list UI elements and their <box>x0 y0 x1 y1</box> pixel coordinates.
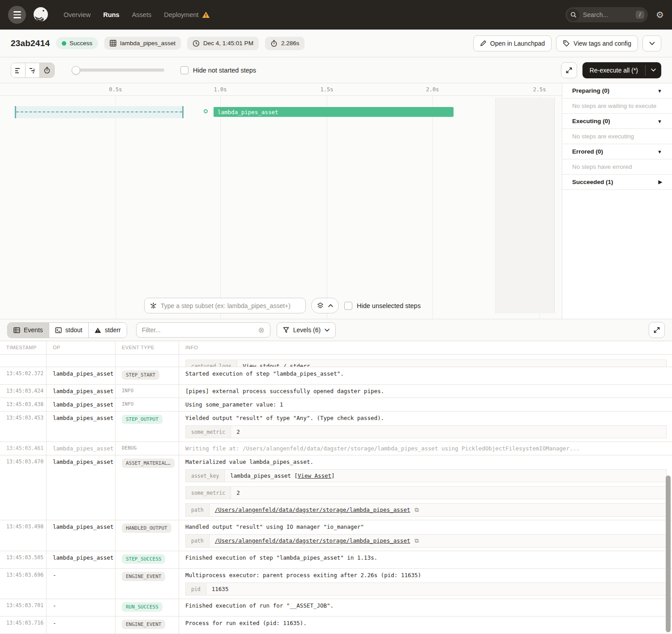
status-section-header[interactable]: Errored (0)▼ <box>562 144 672 159</box>
event-type-cell: INFO <box>116 385 179 398</box>
op-cell: - <box>47 599 116 616</box>
timestamp-cell: 13:45:03.696 <box>0 569 47 599</box>
op-cell <box>47 355 116 367</box>
search-box[interactable]: / <box>565 7 648 22</box>
metadata-table: some_metric2 <box>185 425 667 438</box>
info-cell: Writing file at: /Users/alangenfeld/data… <box>179 442 672 455</box>
re-execute-split-button: Re-execute all (*) <box>582 62 661 78</box>
tag-icon <box>563 40 570 47</box>
op-cell: lambda_pipes_asset <box>47 385 116 398</box>
event-type-badge: STEP_START <box>122 370 159 380</box>
search-input[interactable] <box>583 11 636 18</box>
status-section-header[interactable]: Succeeded (1)▶ <box>562 175 672 190</box>
metadata-link[interactable]: /Users/alangenfeld/data/dagster/storage/… <box>215 537 411 544</box>
nav-item-label: Deployment <box>164 11 198 18</box>
view-tags-config-button[interactable]: View tags and config <box>556 35 638 51</box>
step-subset-input[interactable] <box>161 302 300 309</box>
nav-item-runs[interactable]: Runs <box>103 11 119 18</box>
layers-icon <box>317 302 324 309</box>
re-execute-dropdown-button[interactable] <box>646 62 661 78</box>
job-name-pill[interactable]: lambda_pipes_asset <box>104 37 181 50</box>
expand-icon <box>653 326 660 334</box>
metadata-table: captured_logsView stdout / stderr <box>185 360 667 367</box>
metadata-row: path/Users/alangenfeld/data/dagster/stor… <box>186 535 667 548</box>
event-type-badge: ENGINE_EVENT <box>122 620 165 629</box>
info-text: Started execution of step "lambda_pipes_… <box>185 370 667 377</box>
zoom-slider[interactable] <box>73 69 164 72</box>
clear-filter-icon[interactable]: ⊗ <box>258 326 265 335</box>
hide-unselected-checkbox[interactable] <box>344 302 352 310</box>
status-section-title: Preparing (0) <box>572 87 609 94</box>
event-type-cell: ENGINE_EVENT <box>116 569 179 599</box>
axis-tick-label: 2.5s <box>533 86 546 93</box>
gantt-time-axis: 0.5s1.0s1.5s2.0s2.5s <box>0 83 562 96</box>
run-actions-dropdown-button[interactable] <box>642 35 661 51</box>
search-shortcut-badge: / <box>636 11 644 19</box>
metadata-key: pid <box>186 583 206 595</box>
metadata-key: asset_key <box>186 470 225 482</box>
status-badge: Success <box>56 37 98 49</box>
view-mode-waterfall-button[interactable] <box>26 63 40 77</box>
info-text: Using some_parameter value: 1 <box>185 401 667 408</box>
view-mode-flat-button[interactable] <box>11 63 26 77</box>
gantt-expand-button[interactable] <box>561 62 577 78</box>
log-filter-box[interactable]: ⊗ <box>136 322 270 338</box>
levels-filter-button[interactable]: Levels (6) <box>277 322 336 338</box>
gantt-toolbar: Hide not started steps Re-execute all (*… <box>0 57 672 83</box>
gear-icon[interactable]: ⚙ <box>656 9 664 20</box>
dagster-logo-icon[interactable] <box>31 5 50 24</box>
tab-events[interactable]: Events <box>8 323 49 338</box>
step-subset-inputbox[interactable] <box>144 298 306 313</box>
info-text: [pipes] external process successfully op… <box>185 388 667 394</box>
event-type-badge: ENGINE_EVENT <box>122 572 165 581</box>
events-scrollbar[interactable] <box>666 476 671 632</box>
event-type-cell: ENGINE_EVENT <box>116 617 179 634</box>
timestamp-cell: 13:45:03.461 <box>0 442 47 455</box>
status-section-header[interactable]: Executing (0)▼ <box>562 114 672 129</box>
nav-item-assets[interactable]: Assets <box>132 11 152 18</box>
info-cell: Finished execution of run for "__ASSET_J… <box>179 599 672 616</box>
tab-stdout[interactable]: stdout <box>49 323 89 338</box>
events-expand-button[interactable] <box>649 322 665 338</box>
table-row: 13:45:03.424lambda_pipes_assetINFO[pipes… <box>0 385 672 398</box>
graph-query-toggle-button[interactable] <box>311 298 339 313</box>
zoom-slider-knob[interactable] <box>72 66 80 74</box>
metadata-table: path/Users/alangenfeld/data/dagster/stor… <box>185 503 667 517</box>
tab-label: stdout <box>65 326 82 334</box>
tab-stderr[interactable]: stderr <box>89 323 127 338</box>
re-execute-all-button[interactable]: Re-execute all (*) <box>582 62 645 78</box>
hide-not-started-checkbox[interactable] <box>180 66 188 74</box>
metadata-value: 2 <box>231 487 667 499</box>
timestamp-cell: 13:45:03.438 <box>0 398 47 411</box>
gantt-step-bar[interactable]: lambda_pipes_asset <box>214 107 454 117</box>
event-type-label: INFO <box>122 388 134 394</box>
event-type-cell: HANDLED_OUTPUT <box>116 520 179 551</box>
view-mode-timed-button[interactable] <box>40 63 54 77</box>
metadata-key: path <box>186 504 210 517</box>
timestamp-cell <box>0 355 47 367</box>
info-text: Writing file at: /Users/alangenfeld/data… <box>185 445 667 452</box>
status-section-header[interactable]: Preparing (0)▼ <box>562 83 672 99</box>
table-row: 13:45:03.696-ENGINE_EVENTMultiprocess ex… <box>0 569 672 599</box>
info-cell: Materialized value lambda_pipes_asset.as… <box>179 455 672 520</box>
metadata-text: 2 <box>236 489 240 496</box>
metadata-link[interactable]: View stdout / stderr <box>243 363 310 367</box>
metadata-value: lambda_pipes_asset [View Asset] <box>225 470 667 482</box>
hamburger-menu-icon[interactable] <box>8 6 26 24</box>
copy-icon[interactable]: ⧉ <box>415 537 419 544</box>
nav-item-deployment[interactable]: Deployment <box>164 11 210 18</box>
step-waiting-region <box>15 106 184 118</box>
table-row: 13:45:03.716-ENGINE_EVENTProcess for run… <box>0 617 672 634</box>
nav-item-overview[interactable]: Overview <box>64 11 90 18</box>
info-cell: [pipes] external process successfully op… <box>179 385 672 398</box>
info-text: Process for run exited (pid: 11635). <box>185 620 667 626</box>
axis-gridline <box>116 96 116 319</box>
open-in-launchpad-button[interactable]: Open in Launchpad <box>473 35 552 51</box>
copy-icon[interactable]: ⧉ <box>415 506 419 513</box>
metadata-table: asset_keylambda_pipes_asset [View Asset] <box>185 469 667 482</box>
view-asset-link[interactable]: View Asset <box>298 472 331 479</box>
metadata-link[interactable]: /Users/alangenfeld/data/dagster/storage/… <box>215 506 411 513</box>
log-filter-input[interactable] <box>142 326 258 334</box>
event-type-cell: STEP_OUTPUT <box>116 411 179 441</box>
chevron-up-icon <box>328 304 333 307</box>
